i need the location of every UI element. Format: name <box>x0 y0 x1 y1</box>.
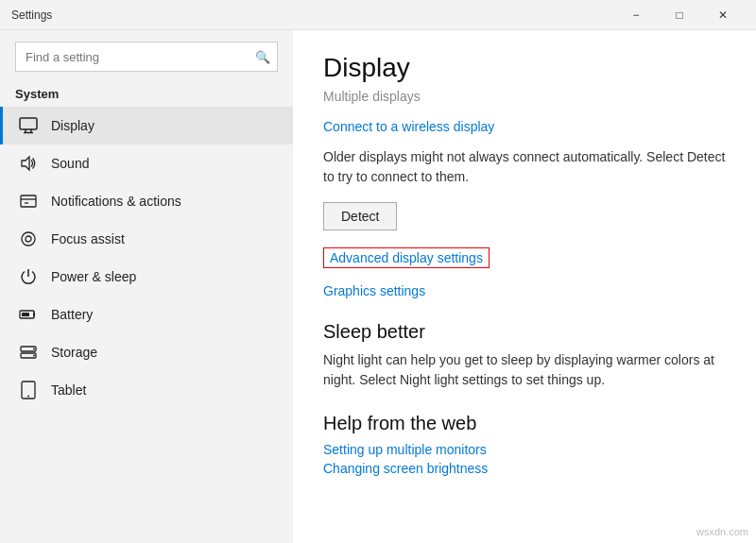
svg-point-8 <box>22 232 35 246</box>
titlebar-title: Settings <box>11 8 614 22</box>
web-link2[interactable]: Changing screen brightness <box>323 461 488 476</box>
battery-icon <box>19 305 38 324</box>
sidebar-item-focus[interactable]: Focus assist <box>0 220 293 258</box>
sidebar-item-notifications-label: Notifications & actions <box>51 194 181 209</box>
web-link1[interactable]: Setting up multiple monitors <box>323 442 487 457</box>
svg-marker-4 <box>22 157 29 170</box>
sidebar-item-tablet-label: Tablet <box>51 382 86 398</box>
sidebar-item-storage[interactable]: Storage <box>0 333 293 371</box>
sidebar-search-wrap: 🔍 <box>0 30 293 79</box>
advanced-link-container: Advanced display settings <box>323 247 726 276</box>
app-body: 🔍 System Display <box>0 30 756 543</box>
sleep-section-title: Sleep better <box>323 321 726 343</box>
minimize-button[interactable]: − <box>614 0 658 30</box>
svg-rect-0 <box>20 118 37 129</box>
maximize-button[interactable]: □ <box>658 0 701 30</box>
svg-rect-5 <box>21 195 36 207</box>
advanced-display-link-box: Advanced display settings <box>323 247 490 268</box>
focus-icon <box>19 229 38 248</box>
svg-point-9 <box>26 236 31 242</box>
graphics-link-container: Graphics settings <box>323 283 726 298</box>
titlebar-controls: − □ ✕ <box>614 0 745 30</box>
sidebar-item-power-label: Power & sleep <box>51 269 136 284</box>
sleep-description: Night light can help you get to sleep by… <box>323 350 726 390</box>
sidebar-item-display-label: Display <box>51 118 94 133</box>
web-link1-container: Setting up multiple monitors <box>323 442 726 457</box>
notifications-icon <box>19 192 38 211</box>
graphics-settings-link[interactable]: Graphics settings <box>323 283 425 298</box>
sidebar-item-tablet[interactable]: Tablet <box>0 371 293 409</box>
sidebar-item-focus-label: Focus assist <box>51 231 125 246</box>
sidebar-section-label: System <box>0 79 293 107</box>
page-title: Display <box>323 53 726 83</box>
sidebar-item-sound-label: Sound <box>51 156 89 171</box>
power-icon <box>19 267 38 286</box>
search-input[interactable] <box>15 42 278 72</box>
watermark: wsxdn.com <box>696 526 748 537</box>
svg-point-17 <box>27 396 29 398</box>
titlebar: Settings − □ ✕ <box>0 0 756 30</box>
svg-rect-11 <box>22 313 29 316</box>
svg-point-15 <box>33 355 35 357</box>
storage-icon <box>19 343 38 362</box>
tablet-icon <box>19 381 38 399</box>
web-section-title: Help from the web <box>323 413 726 434</box>
sidebar-item-battery[interactable]: Battery <box>0 296 293 333</box>
search-wrap-inner: 🔍 <box>15 42 278 72</box>
content-subtitle: Multiple displays <box>323 89 726 104</box>
sidebar-item-battery-label: Battery <box>51 307 93 322</box>
detect-description: Older displays might not always connect … <box>323 147 726 187</box>
web-link2-container: Changing screen brightness <box>323 461 726 476</box>
close-button[interactable]: ✕ <box>701 0 745 30</box>
content-area: Display Multiple displays Connect to a w… <box>293 30 756 543</box>
sound-icon <box>19 154 38 173</box>
sidebar-item-notifications[interactable]: Notifications & actions <box>0 182 293 220</box>
advanced-display-link[interactable]: Advanced display settings <box>330 250 483 265</box>
sidebar-item-storage-label: Storage <box>51 345 97 360</box>
sidebar: 🔍 System Display <box>0 30 293 543</box>
sidebar-item-sound[interactable]: Sound <box>0 144 293 182</box>
sidebar-item-display[interactable]: Display <box>0 107 293 144</box>
svg-point-14 <box>33 348 35 350</box>
display-icon <box>19 116 38 135</box>
connect-wireless-link[interactable]: Connect to a wireless display <box>323 119 494 134</box>
detect-button[interactable]: Detect <box>323 202 397 230</box>
sidebar-item-power[interactable]: Power & sleep <box>0 258 293 296</box>
